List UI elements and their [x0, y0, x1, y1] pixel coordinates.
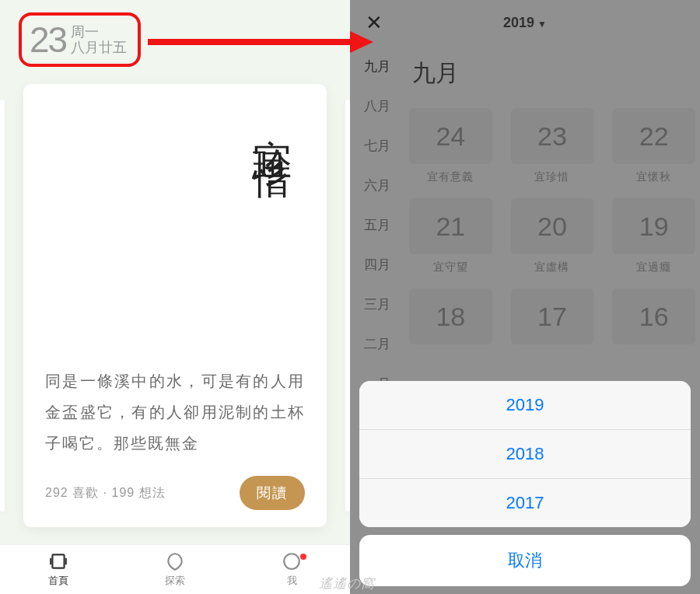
- tab-profile[interactable]: 我: [282, 551, 302, 588]
- card-stats: 292 喜歡 · 199 想法: [45, 485, 166, 501]
- lunar-date-label: 八月廿五: [71, 40, 127, 55]
- prev-card-edge[interactable]: [0, 100, 5, 512]
- explore-icon: [165, 551, 185, 571]
- read-button[interactable]: 閱讀: [240, 476, 305, 510]
- home-screen: 23 周一 八月廿五 宜珍惜 同是一條溪中的水，可是有的人用金盃盛它，有的人卻用…: [0, 0, 350, 594]
- year-action-sheet: 2019 2018 2017 取消: [359, 381, 691, 586]
- profile-icon: [282, 551, 302, 571]
- svg-marker-1: [350, 31, 373, 53]
- year-option[interactable]: 2017: [359, 478, 691, 527]
- home-icon: [48, 551, 68, 571]
- cancel-button[interactable]: 取消: [359, 535, 691, 586]
- svg-point-3: [284, 554, 299, 569]
- year-option[interactable]: 2019: [359, 381, 691, 429]
- calendar-screen: ✕ 2019▼ 九月 八月 七月 六月 五月 四月 三月 二月 一月 九月 24…: [350, 0, 700, 594]
- date-header[interactable]: 23 周一 八月廿五: [19, 12, 141, 67]
- annotation-arrow: [148, 31, 373, 53]
- card-title: 宜珍惜: [247, 107, 299, 140]
- date-day: 23: [30, 19, 66, 61]
- card-excerpt: 同是一條溪中的水，可是有的人用金盃盛它，有的人卻用泥制的土杯子喝它。那些既無金: [45, 365, 305, 459]
- tab-explore[interactable]: 探索: [165, 551, 185, 588]
- year-option[interactable]: 2018: [359, 429, 691, 478]
- weekday-label: 周一: [71, 24, 127, 40]
- tab-home[interactable]: 首頁: [48, 551, 68, 588]
- tab-bar: 首頁 探索 我: [0, 544, 350, 594]
- notification-dot: [300, 554, 306, 560]
- svg-rect-2: [52, 554, 64, 568]
- daily-card[interactable]: 宜珍惜 同是一條溪中的水，可是有的人用金盃盛它，有的人卻用泥制的土杯子喝它。那些…: [23, 84, 327, 527]
